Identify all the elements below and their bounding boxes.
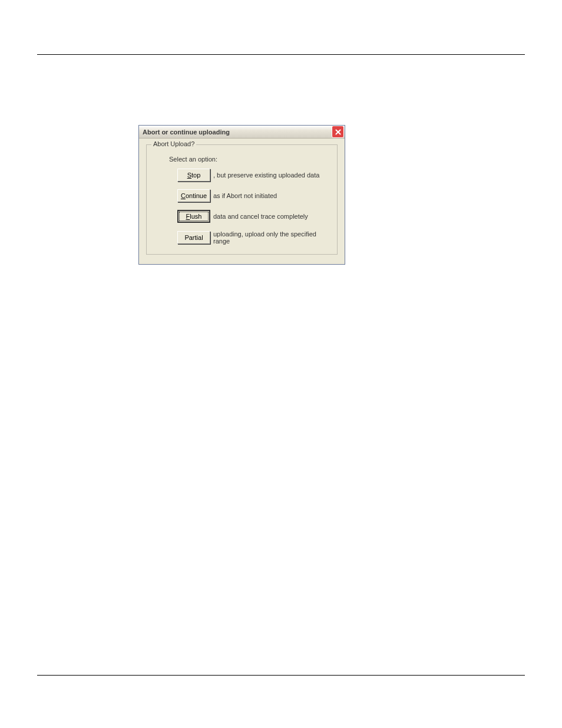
abort-upload-groupbox: Abort Upload? Select an option: Stop , b… xyxy=(146,144,338,255)
flush-button[interactable]: Flush xyxy=(177,210,210,223)
dialog-frame: Abort or continue uploading Abort Upload… xyxy=(138,125,345,265)
stop-mnemonic: S xyxy=(187,172,191,179)
partial-desc: uploading, upload only the specified ran… xyxy=(213,230,331,245)
page-bottom-rule xyxy=(37,675,525,676)
option-prompt: Select an option: xyxy=(169,156,331,163)
continue-label-rest: ontinue xyxy=(186,192,207,199)
dialog-body: Abort Upload? Select an option: Stop , b… xyxy=(139,139,345,264)
dialog-title: Abort or continue uploading xyxy=(143,129,230,136)
continue-desc: as if Abort not initiated xyxy=(213,192,277,199)
continue-mnemonic: C xyxy=(181,192,186,199)
option-row-partial: Partial uploading, upload only the speci… xyxy=(177,230,331,245)
option-row-continue: Continue as if Abort not initiated xyxy=(177,189,331,202)
titlebar: Abort or continue uploading xyxy=(139,126,345,139)
stop-label-rest: top xyxy=(191,172,200,179)
stop-desc: , but preserve existing uploaded data xyxy=(213,172,319,179)
groupbox-legend: Abort Upload? xyxy=(151,140,196,147)
dialog-window: Abort or continue uploading Abort Upload… xyxy=(138,125,345,265)
option-row-stop: Stop , but preserve existing uploaded da… xyxy=(177,169,331,182)
flush-label-rest: lush xyxy=(190,213,201,220)
partial-label-rest: Partial xyxy=(184,234,203,241)
partial-button[interactable]: Partial xyxy=(177,231,210,244)
flush-desc: data and cancel trace completely xyxy=(213,213,308,220)
option-row-flush: Flush data and cancel trace completely xyxy=(177,210,331,223)
page-top-rule xyxy=(37,54,525,55)
continue-button[interactable]: Continue xyxy=(177,189,210,202)
close-icon[interactable] xyxy=(332,126,344,138)
stop-button[interactable]: Stop xyxy=(177,169,210,182)
